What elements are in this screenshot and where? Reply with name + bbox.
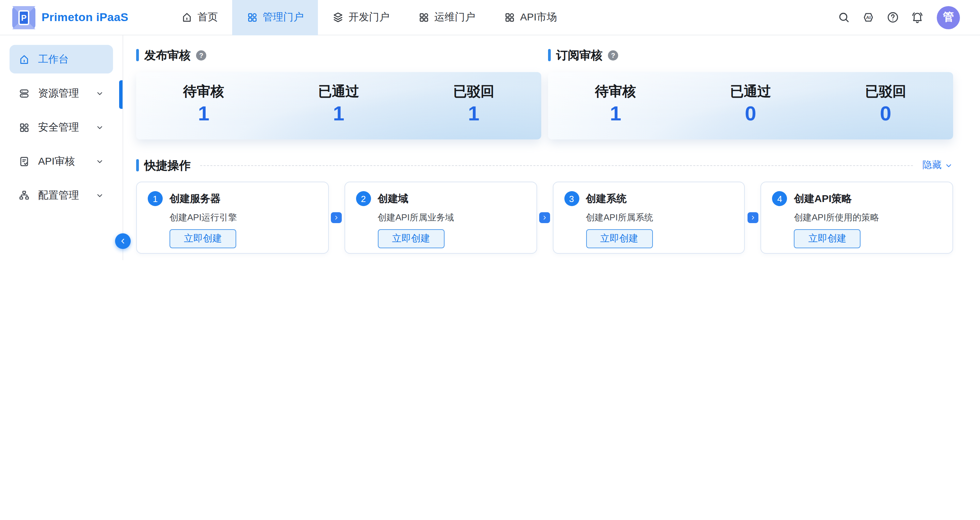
publish-review-stats: 待审核 1 已通过 1 已驳回 1	[136, 72, 541, 140]
sidebar-item-label: 资源管理	[38, 87, 79, 100]
chevron-down-icon	[95, 157, 104, 166]
step-badge: 1	[148, 191, 163, 206]
arrow-gap	[745, 212, 761, 223]
quick-card-title: 创建系统	[586, 192, 627, 205]
step-badge: 3	[564, 191, 579, 206]
stat-label: 已驳回	[865, 84, 906, 99]
server-icon	[18, 87, 30, 99]
quick-card-desc: 创建API运行引擎	[170, 212, 317, 223]
main-content: 发布审核 ? 待审核 1 已通过 1 已驳回 1	[123, 35, 980, 260]
user-avatar[interactable]: 管	[937, 6, 960, 29]
dashed-divider	[200, 165, 913, 166]
arrow-gap	[537, 212, 552, 223]
sidebar-item-api-review[interactable]: API审核	[10, 147, 113, 176]
section-title: 发布审核	[144, 47, 191, 63]
section-title: 订阅审核	[556, 47, 603, 63]
chevron-down-icon	[944, 161, 953, 170]
ai-assistant-icon[interactable]	[862, 11, 875, 24]
subscribe-review-stats: 待审核 1 已通过 0 已驳回 0	[548, 72, 953, 140]
step-badge: 2	[356, 191, 371, 206]
grid-icon	[18, 121, 30, 133]
subscribe-review-column: 订阅审核 ? 待审核 1 已通过 0 已驳回 0	[548, 48, 953, 140]
sidebar-item-resource-mgmt[interactable]: 资源管理	[10, 79, 113, 108]
stat-pending: 待审核 1	[183, 84, 224, 125]
stat-value: 1	[610, 102, 621, 125]
grid-icon	[418, 11, 430, 23]
app-root: Primeton iPaaS 首页 管理门户 开发门户 运维门户 API市场	[0, 0, 980, 260]
search-icon[interactable]	[837, 11, 850, 24]
layers-icon	[332, 11, 344, 23]
nav-item-dev-portal[interactable]: 开发门户	[318, 0, 404, 35]
stat-approved: 已通过 0	[730, 84, 771, 125]
publish-review-column: 发布审核 ? 待审核 1 已通过 1 已驳回 1	[136, 48, 541, 140]
help-icon[interactable]: ?	[608, 50, 618, 60]
sidebar: 工作台 资源管理 安全管理 API审核 配置管理	[0, 35, 123, 260]
nav-item-api-market[interactable]: API市场	[490, 0, 571, 35]
next-step-arrow-icon	[748, 212, 759, 223]
top-navbar: Primeton iPaaS 首页 管理门户 开发门户 运维门户 API市场	[0, 0, 980, 35]
nav-item-ops-portal[interactable]: 运维门户	[404, 0, 490, 35]
stat-value: 0	[880, 102, 891, 125]
create-now-button[interactable]: 立即创建	[378, 229, 445, 248]
home-icon	[181, 11, 192, 23]
stat-value: 1	[333, 102, 344, 125]
brand: Primeton iPaaS	[0, 6, 167, 29]
sidebar-collapse-button[interactable]	[115, 233, 131, 249]
quick-card-create-api-policy: 4创建API策略 创建API所使用的策略 立即创建	[761, 182, 953, 254]
hide-label: 隐藏	[923, 159, 942, 171]
arrow-gap	[329, 212, 344, 223]
brand-name: Primeton iPaaS	[41, 11, 128, 24]
quick-card-title: 创建服务器	[170, 192, 221, 205]
stat-label: 已通过	[730, 84, 771, 99]
sidebar-item-security-mgmt[interactable]: 安全管理	[10, 113, 113, 141]
stat-label: 待审核	[595, 84, 636, 99]
sidebar-item-workbench[interactable]: 工作台	[10, 45, 113, 73]
sitemap-icon	[18, 189, 30, 201]
nav-item-admin-portal[interactable]: 管理门户	[232, 0, 318, 35]
section-bar	[548, 49, 551, 61]
stat-value: 1	[198, 102, 209, 125]
quick-actions-row: 1创建服务器 创建API运行引擎 立即创建 2创建域 创建API所属业务域 立即…	[136, 182, 953, 254]
nav-menu: 首页 管理门户 开发门户 运维门户 API市场	[167, 0, 571, 35]
stat-approved: 已通过 1	[318, 84, 359, 125]
nav-item-label: 首页	[197, 11, 218, 24]
quick-card-title: 创建API策略	[794, 192, 852, 205]
stat-label: 待审核	[183, 84, 224, 99]
notification-bell-icon[interactable]	[911, 11, 924, 24]
nav-item-label: API市场	[520, 11, 557, 24]
chevron-down-icon	[95, 191, 104, 200]
sidebar-item-label: API审核	[38, 155, 75, 168]
create-now-button[interactable]: 立即创建	[794, 229, 861, 248]
nav-item-label: 运维门户	[434, 11, 475, 24]
chevron-left-icon	[118, 237, 127, 246]
quick-actions-title-wrap: 快捷操作	[136, 159, 191, 172]
chevron-down-icon	[95, 123, 104, 132]
document-check-icon	[18, 155, 30, 167]
quick-card-create-system: 3创建系统 创建API所属系统 立即创建	[552, 182, 745, 254]
sidebar-item-label: 工作台	[38, 53, 69, 66]
stat-label: 已通过	[318, 84, 359, 99]
help-icon[interactable]: ?	[196, 50, 206, 60]
section-bar	[136, 159, 139, 171]
create-now-button[interactable]: 立即创建	[170, 229, 236, 248]
home-icon	[18, 53, 30, 65]
nav-item-label: 管理门户	[263, 11, 304, 24]
quick-card-create-server: 1创建服务器 创建API运行引擎 立即创建	[136, 182, 329, 254]
quick-actions-header: 快捷操作 隐藏	[136, 159, 953, 172]
nav-item-home[interactable]: 首页	[167, 0, 232, 35]
next-step-arrow-icon	[539, 212, 550, 223]
chevron-down-icon	[95, 89, 104, 98]
sidebar-item-config-mgmt[interactable]: 配置管理	[10, 181, 113, 209]
quick-card-desc: 创建API所属系统	[586, 212, 733, 223]
stat-value: 1	[468, 102, 479, 125]
help-icon[interactable]	[886, 11, 899, 24]
create-now-button[interactable]: 立即创建	[586, 229, 652, 248]
quick-card-title: 创建域	[378, 192, 409, 205]
stat-pending: 待审核 1	[595, 84, 636, 125]
hide-quick-actions-link[interactable]: 隐藏	[923, 159, 953, 171]
grid-icon	[247, 11, 258, 23]
stat-value: 0	[745, 102, 756, 125]
subscribe-review-header: 订阅审核 ?	[548, 48, 953, 62]
quick-card-desc: 创建API所属业务域	[378, 212, 526, 223]
review-section: 发布审核 ? 待审核 1 已通过 1 已驳回 1	[136, 48, 953, 140]
